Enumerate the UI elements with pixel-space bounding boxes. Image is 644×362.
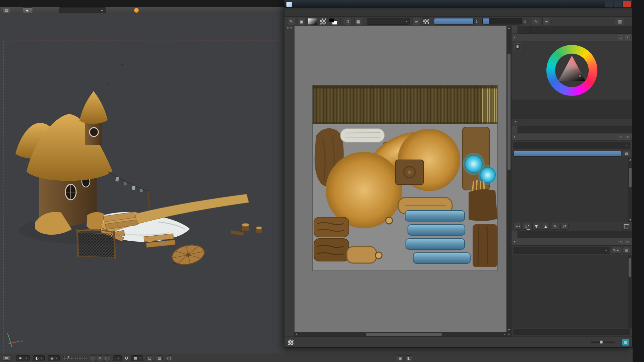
hue-ring[interactable] — [546, 45, 597, 96]
collapse-icon[interactable]: ▾ — [514, 36, 515, 39]
krita-canvas[interactable] — [294, 26, 506, 332]
edit-on-canvas-icon[interactable]: ↯ — [344, 18, 352, 25]
krita-window: ✎ ▣ ↯ ▦ ▾ ▰ ▲▼ ▲▼ — [284, 0, 633, 348]
brush-docker-tabs — [512, 231, 632, 238]
tab-advanced-color-selector[interactable] — [512, 26, 518, 34]
toolbox-grip[interactable] — [287, 27, 292, 29]
preset-filter-select[interactable]: ▾ — [514, 247, 609, 254]
tab-channels[interactable] — [518, 126, 524, 133]
minimize-button[interactable] — [605, 1, 613, 7]
eraser-mode-icon[interactable]: ▰ — [412, 18, 420, 25]
canvas-horizontal-scrollbar[interactable]: ◂ ◂ ▸ — [294, 332, 511, 337]
snap-element-select[interactable]: ▦▾ — [131, 355, 143, 361]
layer-opacity-slider[interactable] — [514, 151, 621, 157]
color-history-palette — [512, 100, 632, 119]
size-stepper-icon[interactable]: ▲▼ — [524, 19, 526, 23]
render-opengl-icon[interactable]: ▤ — [146, 355, 153, 361]
back-to-previous-view-button[interactable]: ◀ — [23, 7, 33, 13]
float-docker-icon[interactable]: ▫ — [618, 240, 623, 244]
choose-grid-icon[interactable]: ▦ — [354, 18, 362, 25]
canvas-image[interactable] — [313, 85, 497, 270]
maximize-button[interactable] — [614, 1, 622, 7]
svg-text:y: y — [7, 331, 9, 335]
tab-reference-images[interactable] — [524, 26, 531, 34]
zoom-slider[interactable] — [591, 342, 615, 343]
wrap-around-icon[interactable]: ∞ — [542, 18, 550, 25]
vscroll-handle[interactable] — [507, 54, 511, 170]
tab-brush-presets[interactable] — [512, 231, 518, 238]
close-docker-icon[interactable]: ✕ — [625, 240, 630, 244]
duplicate-layer-button[interactable] — [523, 223, 531, 230]
gradient-chooser-icon[interactable] — [308, 18, 317, 25]
blender-logo-icon — [134, 8, 139, 13]
blending-mode-select[interactable]: ▾ — [367, 18, 410, 25]
add-layer-button[interactable]: ＋▾ — [514, 223, 522, 230]
add-preset-icon[interactable]: ✎＋ — [611, 247, 621, 254]
layers-docker-header: ▾ ▫ ✕ — [512, 133, 632, 141]
zoom-slider-knob[interactable] — [600, 341, 603, 344]
refresh-colors-icon[interactable]: ↻ — [514, 120, 518, 125]
transform-orientation-select[interactable]: ▾ — [113, 355, 122, 361]
viewport-shading-select[interactable]: ◐▾ — [33, 355, 45, 361]
editor-type-icon[interactable]: ▤ — [3, 355, 10, 361]
transform-manipulators[interactable]: ✛ ↻ ▢ — [90, 355, 110, 361]
layer-options-icon[interactable]: ▤ — [623, 150, 630, 157]
layer-list-scrollbar[interactable]: ▲ ▼ — [628, 158, 632, 222]
detach-canvas-icon[interactable]: ▣ — [298, 18, 306, 25]
opacity-stepper-icon[interactable]: ▲▼ — [476, 19, 478, 23]
interaction-mode-select[interactable]: ▣ ▾ — [16, 355, 30, 361]
color-selector-settings-icon[interactable]: ⚙ — [514, 43, 521, 50]
delete-layer-button[interactable] — [622, 223, 630, 230]
krita-statusbar: ▥ — [284, 337, 632, 347]
render-opengl-anim-icon[interactable]: ▥ — [156, 355, 163, 361]
editor-type-icon[interactable]: ▤ — [3, 8, 10, 13]
mode-cube-icon: ▣ — [19, 356, 22, 360]
float-docker-icon[interactable]: ▫ — [618, 135, 623, 139]
layer-properties-button[interactable]: ✎ — [551, 223, 559, 230]
resource-filter-input[interactable] — [514, 329, 630, 335]
layers-docker-tabs — [512, 126, 632, 133]
merge-layer-button[interactable]: ⇄ — [560, 223, 569, 230]
preset-view-mode-icon[interactable]: ▥ — [623, 247, 630, 254]
color-docker-tabs — [512, 26, 632, 34]
footer-extra-icon-2[interactable]: ◧ — [406, 355, 412, 361]
size-slider[interactable] — [482, 18, 522, 24]
preset-grid-scrollbar[interactable] — [628, 255, 632, 328]
float-docker-icon[interactable]: ▫ — [618, 35, 623, 40]
close-button[interactable] — [623, 1, 631, 7]
close-docker-icon[interactable]: ✕ — [625, 135, 630, 139]
system-taskbar — [633, 0, 644, 362]
preserve-alpha-icon[interactable] — [423, 18, 429, 24]
krita-window-titlebar[interactable] — [284, 0, 632, 8]
rotate-manipulator-icon: ↻ — [97, 355, 103, 361]
pattern-status-icon[interactable] — [288, 339, 294, 345]
proportional-edit-icon[interactable]: ◯ — [166, 355, 172, 361]
snap-magnet-icon[interactable] — [125, 357, 128, 360]
zoom-fit-icon[interactable]: ▥ — [622, 339, 629, 346]
workspace-chooser-icon[interactable]: ▥ — [615, 18, 625, 25]
footer-extra-icon-1[interactable]: ▣ — [397, 355, 404, 361]
render-engine-select[interactable]: ▴▾ — [59, 7, 106, 13]
layer-blend-mode-select[interactable]: ▾ — [514, 142, 630, 148]
pivot-icon: ◎ — [50, 356, 54, 360]
viewport-3d-scene[interactable] — [0, 14, 284, 354]
tab-layers[interactable] — [512, 126, 518, 133]
move-layer-down-button[interactable]: ▼ — [532, 223, 540, 230]
opacity-slider[interactable] — [434, 18, 474, 24]
krita-main-toolbar: ✎ ▣ ↯ ▦ ▾ ▰ ▲▼ ▲▼ — [284, 17, 632, 26]
close-docker-icon[interactable]: ✕ — [625, 35, 630, 40]
layers-widget[interactable] — [63, 356, 87, 360]
mirror-view-icon[interactable]: ⇋ — [532, 18, 540, 25]
hscroll-handle[interactable] — [366, 333, 442, 336]
brush-editor-icon[interactable]: ✎ — [287, 18, 295, 25]
svg-text:x: x — [21, 339, 23, 343]
tab-specific-color-selector[interactable] — [518, 26, 524, 34]
pattern-chooser-icon[interactable] — [320, 18, 326, 25]
move-layer-up-button[interactable]: ▲ — [542, 223, 550, 230]
tab-tool-options[interactable] — [518, 231, 524, 238]
combo-arrows-icon: ▴▾ — [101, 9, 103, 12]
fg-bg-color-icon[interactable] — [329, 18, 337, 25]
canvas-vertical-scrollbar[interactable]: ▲ ▼ — [506, 26, 511, 332]
pivot-center-select[interactable]: ◎▾ — [48, 355, 60, 361]
advanced-color-selector[interactable]: ⚙ — [512, 41, 632, 100]
